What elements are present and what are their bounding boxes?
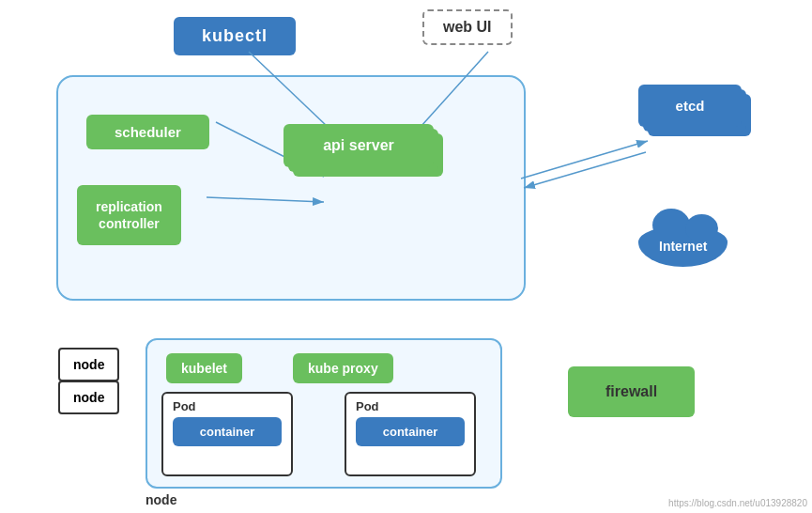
api-server-card-front: api server: [283, 124, 434, 167]
pod1-label: Pod: [173, 399, 282, 413]
watermark: https://blog.csdn.net/u013928820: [668, 498, 807, 508]
kubelet-button: kubelet: [166, 353, 242, 383]
api-server-stack: api server api server api server: [283, 124, 452, 209]
node-bottom-label: node: [146, 492, 176, 507]
pod1-container: container: [173, 417, 282, 446]
kubeproxy-button: kube proxy: [293, 353, 393, 383]
internet-cloud: Internet: [638, 225, 728, 267]
pod-box-2: Pod container: [345, 392, 476, 476]
firewall-button: firewall: [568, 366, 695, 417]
pod-box-1: Pod container: [161, 392, 293, 476]
webui-box: web UI: [422, 9, 513, 45]
diagram: kubectl web UI scheduler replication con…: [0, 0, 812, 513]
node-label-1: node: [58, 348, 119, 381]
node-label-2: node: [58, 381, 119, 414]
scheduler-button: scheduler: [86, 115, 209, 149]
internet-label: Internet: [638, 225, 728, 267]
etcd-card-front: etcd: [638, 85, 742, 127]
replication-controller-button: replication controller: [77, 185, 181, 245]
master-container: scheduler replication controller api ser…: [56, 75, 526, 301]
etcd-stack: etcd etcd etcd: [638, 85, 760, 160]
svg-line-7: [524, 152, 646, 188]
pod2-container: container: [356, 417, 465, 446]
svg-line-6: [521, 141, 648, 179]
pod2-label: Pod: [356, 399, 465, 413]
kubectl-button: kubectl: [174, 17, 296, 55]
worker-container: kubelet kube proxy Pod container Pod con…: [146, 338, 502, 489]
